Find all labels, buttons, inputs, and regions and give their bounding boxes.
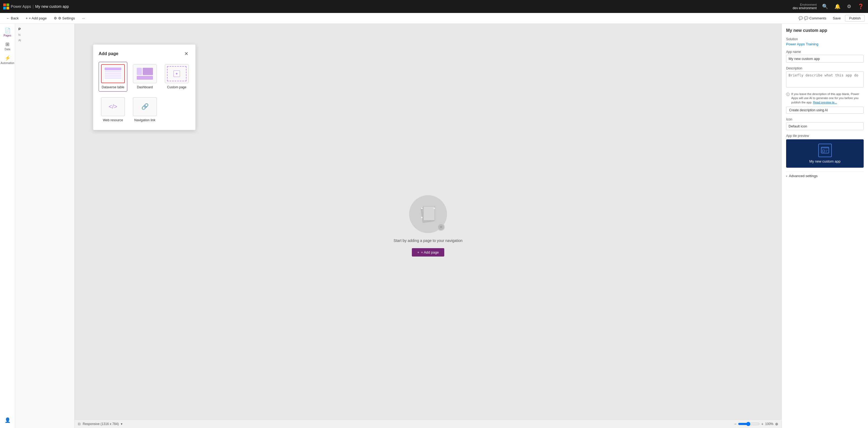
settings-label: ⚙ Settings: [58, 16, 75, 20]
topbar: Power Apps | My new custom app Environme…: [0, 0, 868, 13]
app-tile-name: My new custom app: [809, 159, 841, 163]
app-tile-preview: My new custom app: [786, 139, 864, 168]
icon-label: Icon: [786, 118, 864, 121]
modal-header: Add page ✕: [99, 50, 190, 58]
web-resource-label: Web resource: [103, 118, 123, 122]
svg-rect-0: [3, 3, 6, 6]
app-tile-svg-icon: [821, 146, 829, 155]
dashboard-icon-visual: [135, 66, 155, 81]
dataverse-table-label: Dataverse table: [102, 85, 124, 89]
solution-label: Solution: [786, 37, 864, 41]
dashboard-label: Dashboard: [137, 85, 153, 89]
advanced-settings-label: Advanced settings: [789, 174, 817, 178]
modal-option-web-resource[interactable]: </> Web resource: [99, 95, 127, 125]
brand-area: Power Apps | My new custom app: [3, 3, 69, 9]
pages-label: Pages: [3, 34, 11, 37]
modal-option-dashboard[interactable]: Dashboard: [130, 62, 159, 92]
add-page-label: + Add page: [29, 16, 47, 20]
notifications-icon[interactable]: 🔔: [833, 2, 841, 10]
zoom-slider[interactable]: [738, 422, 760, 426]
add-page-button[interactable]: + + Add page: [23, 15, 50, 22]
toolbar: ← Back + + Add page ⚙ ⚙ Settings ··· 💬 💬…: [0, 13, 868, 24]
settings-gear-icon[interactable]: ⚙: [846, 2, 852, 10]
modal-close-button[interactable]: ✕: [182, 50, 190, 58]
navigation-link-icon: 🔗: [133, 97, 157, 116]
sidebar-item-pages[interactable]: 📄 Pages: [1, 26, 14, 39]
sidebar-item-automation[interactable]: ⚡ Automation: [1, 54, 14, 66]
back-label: Back: [11, 16, 19, 20]
settings-button[interactable]: ⚙ ⚙ Settings: [51, 15, 78, 22]
dash-block-1: [137, 68, 142, 75]
nav-panel-subtitle: N: [17, 33, 72, 39]
canvas-add-page-button[interactable]: + + Add page: [412, 248, 444, 257]
description-label: Description: [786, 66, 864, 70]
topbar-right: Environment dev environment 🔍 🔔 ⚙ ❓: [793, 2, 865, 10]
zoom-fit-icon[interactable]: ⊕: [775, 422, 778, 426]
ai-info-text: If you leave the description of this app…: [791, 92, 864, 104]
custom-inner-icon: ✦: [174, 70, 180, 77]
sidebar-item-user[interactable]: 👤: [1, 416, 14, 425]
modal-option-navigation-link[interactable]: 🔗 Navigation link: [130, 95, 159, 125]
advanced-settings-toggle[interactable]: ‹ Advanced settings: [786, 171, 864, 180]
nav-panel-title: P: [17, 27, 72, 31]
zoom-plus-icon[interactable]: +: [761, 422, 764, 426]
ai-info-box: ⓘ If you leave the description of this a…: [786, 92, 864, 104]
responsive-label: Responsive (1316 x 784): [83, 422, 119, 426]
modal-option-dataverse-table[interactable]: Dataverse table: [99, 62, 127, 92]
app-name-topbar: My new custom app: [35, 4, 69, 9]
spark-icon-1: ✦: [421, 206, 423, 210]
environment-display: Environment dev environment: [793, 3, 817, 10]
custom-page-label: Custom page: [167, 85, 186, 89]
dv-data-row-2: [104, 73, 121, 74]
modal-options-grid: Dataverse table: [99, 62, 190, 125]
add-circle-icon: +: [437, 223, 445, 231]
svg-rect-8: [826, 151, 827, 152]
dash-block-2: [143, 68, 153, 75]
spark-icon-2: ✦: [433, 206, 436, 210]
left-sidebar: 📄 Pages ⊞ Data ⚡ Automation 👤: [0, 24, 15, 428]
svg-rect-1: [6, 3, 9, 6]
canvas-bottom-bar: ⊡ Responsive (1316 x 784) ▾ − + 100% ⊕: [74, 419, 781, 428]
nav-link-icon-visual: 🔗: [135, 99, 155, 114]
info-circle-icon: ⓘ: [786, 92, 789, 104]
icon-select[interactable]: Default icon: [786, 122, 864, 130]
app-name-input[interactable]: [786, 55, 864, 63]
search-icon[interactable]: 🔍: [821, 2, 829, 10]
more-options-button[interactable]: ···: [79, 15, 88, 22]
add-page-modal: Add page ✕: [93, 44, 196, 130]
expand-chevron-icon[interactable]: ▾: [121, 422, 122, 426]
nav-panel: P N Al: [15, 24, 74, 428]
web-icon-visual: </>: [103, 99, 123, 114]
chain-link-icon: 🔗: [141, 103, 149, 110]
dash-top-row: [137, 68, 153, 75]
web-code-icon: </>: [108, 103, 117, 110]
save-button[interactable]: Save: [831, 15, 843, 21]
sidebar-item-data[interactable]: ⊞ Data: [1, 40, 14, 53]
app-tile-icon: [818, 144, 832, 157]
description-field-group: Description: [786, 66, 864, 88]
app-name-field-group: App name: [786, 50, 864, 63]
solution-value-link[interactable]: Power Apps Training: [786, 42, 818, 46]
custom-page-icon: ✦: [165, 64, 189, 83]
create-description-button[interactable]: Create description using AI: [786, 107, 864, 114]
modal-option-custom-page[interactable]: ✦ Custom page: [162, 62, 191, 92]
svg-rect-7: [826, 150, 828, 151]
modal-title: Add page: [99, 51, 118, 56]
responsive-icon: ⊡: [78, 422, 81, 426]
help-icon[interactable]: ❓: [857, 2, 865, 10]
ai-read-more-link[interactable]: Read preview te...: [813, 101, 837, 104]
back-button[interactable]: ← Back: [3, 15, 22, 22]
zoom-minus-icon[interactable]: −: [734, 422, 736, 426]
create-desc-label: Create description using AI: [789, 108, 828, 112]
canvas-placeholder-text: Start by adding a page to your navigatio…: [394, 238, 462, 243]
toolbar-right-group: 💬 💬 Comments Save Publish: [796, 15, 865, 22]
sidebar-bottom: 👤: [1, 416, 14, 428]
comments-button[interactable]: 💬 💬 Comments: [796, 15, 828, 21]
spark-icon-3: ✦: [421, 216, 423, 220]
right-panel: My new custom app Solution Power Apps Tr…: [781, 24, 868, 428]
comments-icon: 💬: [799, 16, 803, 20]
description-textarea[interactable]: [786, 71, 864, 88]
zoom-level-label: 100%: [765, 422, 773, 426]
publish-button[interactable]: Publish: [845, 15, 865, 22]
microsoft-logo-icon: [3, 3, 9, 9]
